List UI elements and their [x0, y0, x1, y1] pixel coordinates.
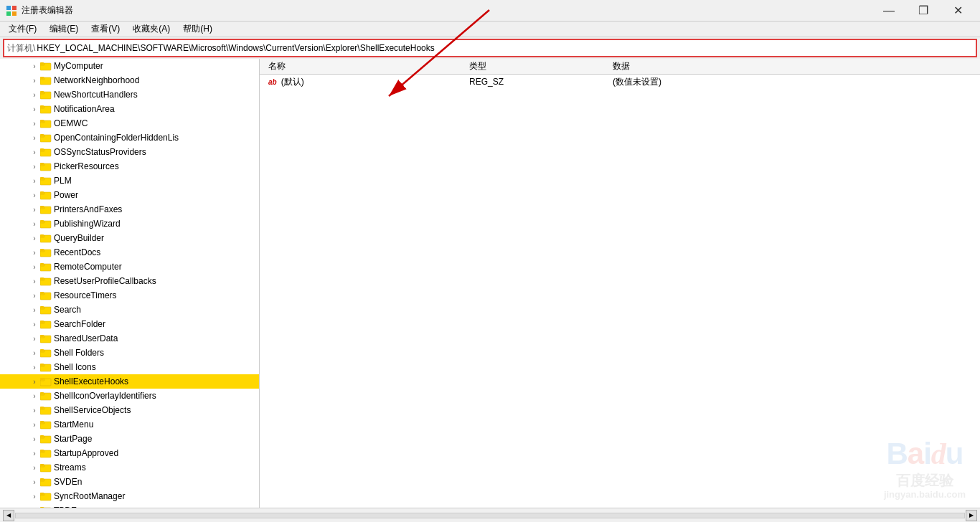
tree-item[interactable]: › ShellExecuteHooks — [0, 374, 259, 389]
tree-item[interactable]: › OEMWC — [0, 116, 259, 130]
menu-edit[interactable]: 编辑(E) — [44, 22, 84, 37]
tree-expand-icon[interactable]: › — [29, 407, 40, 414]
tree-item-label: MyComputer — [54, 61, 103, 71]
tree-item[interactable]: › SVDEn — [0, 475, 259, 489]
tree-expand-icon[interactable]: › — [29, 62, 40, 70]
tree-expand-icon[interactable]: › — [29, 277, 40, 285]
tree-item-label: OSSyncStatusProviders — [54, 147, 146, 157]
tree-expand-icon[interactable]: › — [29, 220, 40, 228]
tree-expand-icon[interactable]: › — [29, 421, 40, 429]
tree-item[interactable]: › SyncRootManager — [0, 489, 259, 503]
menu-favorites[interactable]: 收藏夹(A) — [127, 22, 176, 37]
svg-rect-84 — [40, 435, 44, 437]
tree-item[interactable]: › PLM — [0, 174, 259, 188]
menu-file[interactable]: 文件(F) — [3, 22, 42, 37]
tree-item[interactable]: › ResourceTimers — [0, 288, 259, 303]
menu-help[interactable]: 帮助(H) — [177, 22, 218, 37]
tree-item[interactable]: › OSSyncStatusProviders — [0, 145, 259, 159]
close-button[interactable]: ✕ — [941, 0, 974, 22]
tree-expand-icon[interactable]: › — [29, 234, 40, 242]
scroll-left-button[interactable]: ◀ — [3, 510, 14, 521]
tree-expand-icon[interactable]: › — [29, 249, 40, 257]
scroll-right-button[interactable]: ▶ — [966, 510, 977, 521]
folder-icon — [40, 262, 52, 272]
tree-item[interactable]: › Search — [0, 303, 259, 317]
tree-expand-icon[interactable]: › — [29, 120, 40, 128]
tree-item-label: RecentDocs — [54, 247, 100, 257]
tree-expand-icon[interactable]: › — [29, 177, 40, 185]
tree-item[interactable]: › ShellServiceObjects — [0, 403, 259, 417]
col-header-data[interactable]: 数据 — [607, 60, 980, 72]
tree-item[interactable]: › NotificationArea — [0, 102, 259, 116]
tree-expand-icon[interactable]: › — [29, 306, 40, 314]
tree-item[interactable]: › StartPage — [0, 432, 259, 446]
tree-item[interactable]: › MyComputer — [0, 59, 259, 73]
tree-expand-icon[interactable]: › — [29, 335, 40, 343]
svg-rect-30 — [40, 177, 44, 179]
tree-expand-icon[interactable]: › — [29, 464, 40, 472]
tree-item[interactable]: › StartupApproved — [0, 446, 259, 460]
tree-item[interactable]: › PrintersAndFaxes — [0, 202, 259, 217]
restore-button[interactable]: ❐ — [907, 0, 940, 22]
tree-item[interactable]: › OpenContainingFolderHiddenLis — [0, 130, 259, 145]
tree-expand-icon[interactable]: › — [29, 378, 40, 386]
tree-expand-icon[interactable]: › — [29, 349, 40, 357]
tree-expand-icon[interactable]: › — [29, 263, 40, 271]
folder-icon — [40, 391, 52, 401]
svg-rect-42 — [40, 234, 44, 237]
menu-bar: 文件(F) 编辑(E) 查看(V) 收藏夹(A) 帮助(H) — [0, 22, 980, 37]
tree-expand-icon[interactable]: › — [29, 134, 40, 142]
data-cell-type: REG_SZ — [463, 77, 607, 87]
tree-item[interactable]: › Shell Folders — [0, 346, 259, 360]
tree-expand-icon[interactable]: › — [29, 493, 40, 500]
tree-item-label: NewShortcutHandlers — [54, 90, 138, 100]
tree-item[interactable]: › RemoteComputer — [0, 260, 259, 274]
address-bar[interactable]: 计算机\ HKEY_LOCAL_MACHINE\SOFTWARE\Microso… — [3, 39, 977, 57]
tree-expand-icon[interactable]: › — [29, 163, 40, 171]
tree-expand-icon[interactable]: › — [29, 478, 40, 486]
tree-expand-icon[interactable]: › — [29, 364, 40, 371]
tree-item-label: NotificationArea — [54, 104, 115, 114]
tree-expand-icon[interactable]: › — [29, 105, 40, 113]
tree-item[interactable]: › ResetUserProfileCallbacks — [0, 274, 259, 288]
data-row[interactable]: ab (默认) REG_SZ (数值未设置) — [260, 75, 980, 89]
tree-item[interactable]: › StartMenu — [0, 417, 259, 432]
tree-item[interactable]: › Streams — [0, 460, 259, 475]
folder-icon — [40, 319, 52, 329]
svg-rect-60 — [40, 321, 44, 323]
minimize-button[interactable]: — — [872, 0, 905, 22]
tree-expand-icon[interactable]: › — [29, 392, 40, 400]
tree-item[interactable]: › SharedUserData — [0, 331, 259, 346]
tree-item[interactable]: › NewShortcutHandlers — [0, 87, 259, 102]
tree-item-label: ResourceTimers — [54, 290, 117, 300]
tree-item[interactable]: › PickerResources — [0, 159, 259, 174]
tree-item[interactable]: › QueryBuilder — [0, 231, 259, 245]
col-header-type[interactable]: 类型 — [463, 60, 607, 72]
tree-item[interactable]: › SearchFolder — [0, 317, 259, 331]
col-header-name[interactable]: 名称 — [263, 60, 463, 72]
tree-item[interactable]: › NetworkNeighborhood — [0, 73, 259, 87]
tree-expand-icon[interactable]: › — [29, 450, 40, 457]
tree-expand-icon[interactable]: › — [29, 321, 40, 328]
folder-icon — [40, 190, 52, 200]
tree-expand-icon[interactable]: › — [29, 292, 40, 300]
tree-expand-icon[interactable]: › — [29, 206, 40, 214]
tree-item[interactable]: › ShellIconOverlayIdentifiers — [0, 389, 259, 403]
tree-expand-icon[interactable]: › — [29, 435, 40, 443]
scroll-track[interactable] — [15, 513, 965, 518]
tree-item[interactable]: › Shell Icons — [0, 360, 259, 374]
menu-view[interactable]: 查看(V) — [85, 22, 126, 37]
tree-item[interactable]: › PublishingWizard — [0, 217, 259, 231]
svg-rect-27 — [40, 163, 44, 165]
tree-item[interactable]: › TBDEn — [0, 503, 259, 508]
tree-expand-icon[interactable]: › — [29, 148, 40, 156]
tree-item[interactable]: › Power — [0, 188, 259, 202]
tree-expand-icon[interactable]: › — [29, 91, 40, 99]
tree-expand-icon[interactable]: › — [29, 77, 40, 85]
folder-icon — [40, 204, 52, 214]
tree-expand-icon[interactable]: › — [29, 191, 40, 199]
tree-item-label: SharedUserData — [54, 333, 118, 343]
tree-expand-icon[interactable]: › — [29, 507, 40, 508]
tree-item[interactable]: › RecentDocs — [0, 245, 259, 260]
tree-panel[interactable]: › MyComputer› NetworkNeighborhood› NewSh… — [0, 59, 260, 508]
